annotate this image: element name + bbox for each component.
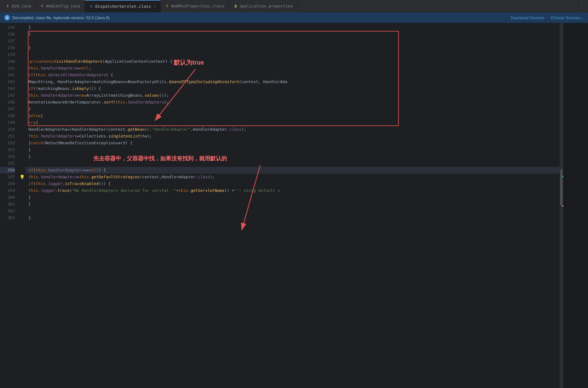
line-num-263: 263	[0, 214, 15, 221]
line-num-253: 253	[0, 146, 15, 153]
code-line-259: this. logger . trace ( "No HandlerAdapte…	[25, 187, 560, 194]
gutter-253	[19, 146, 25, 153]
line-numbers: 235 236 237 238 239 240 241 242 243 244 …	[0, 23, 19, 388]
tab-label-application: application.properties	[240, 4, 293, 8]
tab-more-button[interactable]: ⋮	[575, 3, 588, 9]
code-line-253: }	[25, 146, 560, 153]
line-num-249: 249	[0, 119, 15, 126]
gutter-248	[19, 112, 25, 119]
code-line-246: AnnotationAwareOrderComparator . sort ( …	[25, 99, 560, 106]
gutter-240	[19, 58, 25, 65]
line-num-255: 255	[0, 160, 15, 167]
line-num-242: 242	[0, 72, 15, 78]
code-content: 默认为true 先去容器中，父容器中找，如果没有找到，就用默认的	[25, 23, 560, 388]
line-num-236: 236	[0, 31, 15, 38]
line-num-237: 237	[0, 38, 15, 44]
code-line-238: }	[25, 44, 560, 51]
tab-label-webconfig: WebConfig.java	[46, 4, 80, 8]
gutter-247	[19, 106, 25, 112]
line-num-256: 256	[0, 167, 15, 174]
code-line-260: }	[25, 194, 560, 201]
gutter-261	[19, 201, 25, 208]
line-num-254: 254	[0, 153, 15, 160]
tab-icon-application: 🍃	[233, 4, 238, 8]
code-line-263: }	[25, 214, 560, 221]
gutter-246	[19, 99, 25, 106]
code-line-256: if ( this. handlerAdapters == null ) {	[25, 167, 560, 174]
tab-dispatcher[interactable]: C DispatcherServlet.class ✕	[85, 0, 161, 12]
tab-webconfig[interactable]: C WebConfig.java	[36, 0, 85, 12]
line-num-240: 240	[0, 58, 15, 65]
gutter-243	[19, 78, 25, 85]
tab-label-a20: A20.java	[12, 4, 31, 8]
code-line-241: this. handlerAdapters = null ;	[25, 65, 560, 72]
gutter: 💡	[19, 23, 25, 388]
code-line-252: } catch ( NoSuchBeanDefinitionException …	[25, 140, 560, 146]
gutter-250	[19, 126, 25, 133]
line-num-241: 241	[0, 65, 15, 72]
ide-window: C A20.java C WebConfig.java C Dispatcher…	[0, 0, 588, 388]
gutter-251	[19, 133, 25, 140]
code-line-249: try {	[25, 119, 560, 126]
gutter-235	[19, 24, 25, 31]
tab-icon-webmvc: C	[165, 4, 169, 8]
line-num-235: 235	[0, 24, 15, 31]
code-line-250: HandlerAdapter ha = ( HandlerAdapter ) c…	[25, 126, 560, 133]
gutter-252	[19, 140, 25, 146]
line-num-259: 259	[0, 187, 15, 194]
line-num-260: 260	[0, 194, 15, 201]
tab-close-dispatcher[interactable]: ✕	[154, 4, 156, 8]
scrollbar-thumb[interactable]	[560, 169, 563, 206]
gutter-258	[19, 180, 25, 187]
tab-icon-a20: C	[6, 4, 10, 8]
tab-icon-dispatcher: C	[89, 4, 93, 9]
code-line-251: this. handlerAdapters = Collections . si…	[25, 133, 560, 140]
line-num-246: 246	[0, 99, 15, 106]
code-line-239	[25, 51, 560, 58]
code-line-236: }	[25, 31, 560, 38]
code-line-248: } else {	[25, 112, 560, 119]
line-num-238: 238	[0, 44, 15, 51]
gutter-254	[19, 153, 25, 160]
tab-webmvc[interactable]: C WebMvcProperties.class	[161, 0, 229, 12]
code-line-247: }	[25, 106, 560, 112]
line-num-252: 252	[0, 140, 15, 146]
gutter-238	[19, 44, 25, 51]
tab-application[interactable]: 🍃 application.properties	[229, 0, 297, 12]
gutter-237	[19, 38, 25, 44]
gutter-256	[19, 167, 25, 174]
code-line-237	[25, 38, 560, 44]
code-line-262	[25, 208, 560, 214]
download-sources-link[interactable]: Download Sources	[511, 15, 544, 20]
gutter-241	[19, 65, 25, 72]
line-num-247: 247	[0, 106, 15, 112]
gutter-244	[19, 85, 25, 92]
code-line-261: }	[25, 201, 560, 208]
choose-sources-link[interactable]: Choose Sources...	[551, 15, 584, 20]
line-num-243: 243	[0, 78, 15, 85]
code-line-245: this. handlerAdapters = new ArrayList ( …	[25, 92, 560, 99]
line-num-261: 261	[0, 201, 15, 208]
scrollbar-track[interactable]	[560, 23, 563, 388]
tab-label-dispatcher: DispatcherServlet.class	[95, 4, 151, 9]
code-line-244: if (! matchingBeans . isEmpty ()) {	[25, 85, 560, 92]
line-num-245: 245	[0, 92, 15, 99]
gutter-259	[19, 187, 25, 194]
code-area: 235 236 237 238 239 240 241 242 243 244 …	[0, 23, 588, 388]
code-line-240: private void initHandlerAdapters ( Appli…	[25, 58, 560, 65]
code-line-242: if ( this. detectAllHandlerAdapters ) {	[25, 72, 560, 78]
line-num-239: 239	[0, 51, 15, 58]
line-num-248: 248	[0, 112, 15, 119]
tab-bar: C A20.java C WebConfig.java C Dispatcher…	[0, 0, 588, 12]
info-bar-right: Download Sources Choose Sources...	[511, 15, 584, 20]
gutter-255	[19, 160, 25, 167]
tab-label-webmvc: WebMvcProperties.class	[171, 4, 224, 8]
gutter-263	[19, 214, 25, 221]
line-num-258: 258	[0, 180, 15, 187]
tab-a20[interactable]: C A20.java	[1, 0, 36, 12]
gutter-257[interactable]: 💡	[19, 174, 25, 180]
gutter-236	[19, 31, 25, 38]
bulb-icon-257[interactable]: 💡	[19, 175, 25, 179]
info-icon: i	[4, 15, 10, 20]
code-line-243: Map<String, HandlerAdapter> matchingBean…	[25, 78, 560, 85]
